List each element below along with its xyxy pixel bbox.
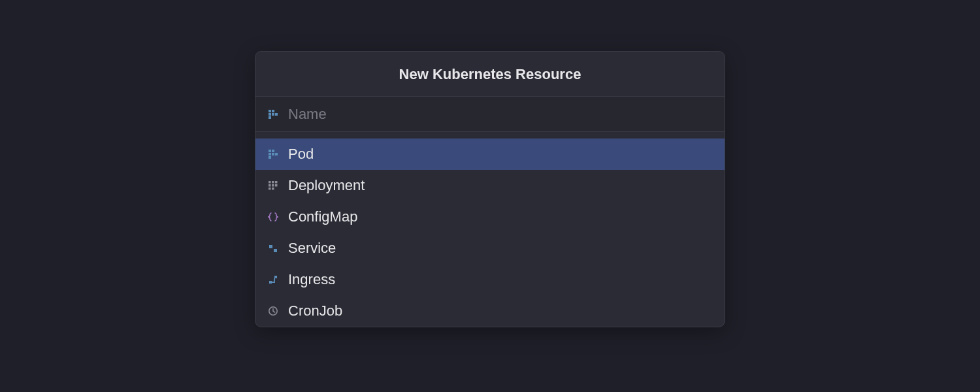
svg-rect-2: [269, 113, 271, 116]
svg-rect-17: [275, 184, 278, 187]
list-item-ingress[interactable]: Ingress: [255, 264, 725, 295]
list-item-label: Ingress: [288, 271, 335, 288]
list-item-configmap[interactable]: ConfigMap: [255, 201, 725, 233]
cronjob-icon: [267, 305, 279, 317]
svg-rect-1: [272, 110, 274, 112]
svg-rect-23: [269, 281, 272, 284]
list-item-label: Deployment: [288, 177, 365, 194]
svg-rect-20: [269, 245, 272, 248]
pod-icon: [267, 148, 279, 160]
svg-rect-12: [269, 181, 271, 184]
svg-rect-9: [272, 153, 274, 155]
svg-rect-11: [269, 156, 271, 159]
list-item-service[interactable]: Service: [255, 233, 725, 264]
list-item-pod[interactable]: Pod: [255, 139, 725, 170]
svg-rect-5: [269, 116, 271, 119]
list-item-cronjob[interactable]: CronJob: [255, 295, 725, 327]
svg-rect-10: [275, 153, 278, 155]
configmap-icon: [267, 211, 279, 223]
deployment-icon: [267, 180, 279, 191]
svg-rect-0: [269, 110, 271, 112]
new-resource-dialog: New Kubernetes Resource: [255, 51, 725, 327]
svg-rect-15: [269, 184, 271, 187]
grid-icon: [267, 108, 279, 120]
resource-type-list: Pod Deployment: [255, 132, 725, 327]
list-item-label: ConfigMap: [288, 208, 357, 225]
name-input-row: [255, 97, 725, 132]
svg-rect-16: [272, 184, 274, 187]
svg-rect-6: [269, 150, 271, 152]
svg-rect-21: [274, 249, 277, 252]
service-icon: [267, 242, 279, 254]
list-item-label: Service: [288, 240, 336, 257]
name-input[interactable]: [288, 106, 713, 123]
svg-rect-22: [274, 276, 277, 278]
svg-rect-18: [269, 188, 271, 190]
svg-rect-8: [269, 153, 271, 155]
svg-rect-7: [272, 150, 274, 152]
svg-rect-19: [272, 188, 274, 190]
svg-rect-13: [272, 181, 274, 184]
list-item-deployment[interactable]: Deployment: [255, 170, 725, 201]
svg-rect-14: [275, 181, 278, 184]
dialog-title: New Kubernetes Resource: [255, 52, 725, 97]
list-item-label: Pod: [288, 146, 314, 163]
list-item-label: CronJob: [288, 302, 342, 319]
ingress-icon: [267, 274, 279, 286]
svg-rect-4: [275, 113, 278, 116]
svg-rect-3: [272, 113, 274, 116]
